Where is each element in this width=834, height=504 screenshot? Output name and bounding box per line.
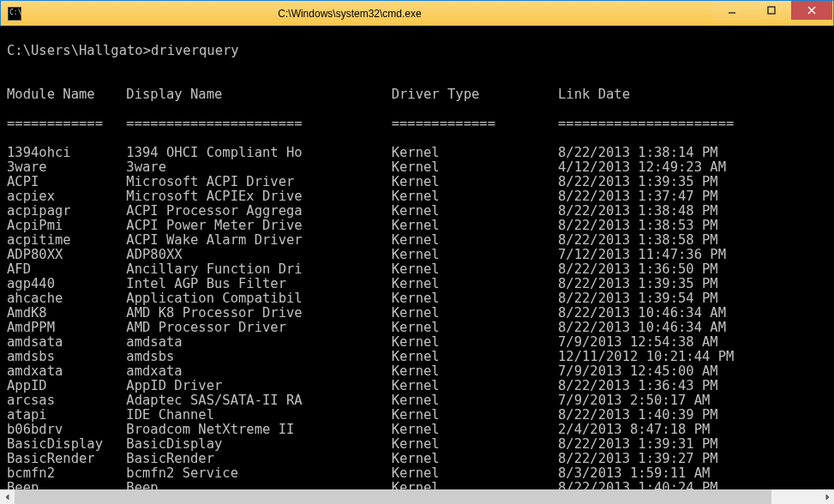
close-button[interactable] <box>791 1 832 20</box>
prompt-path: C:\Users\Hallgato> <box>7 43 151 58</box>
cell-module: b06bdrv <box>7 423 118 437</box>
table-header: Module Name Display Name Driver Type Lin… <box>7 87 827 102</box>
cell-display: amdsata <box>126 335 383 350</box>
cell-module: 1394ohci <box>7 146 118 160</box>
cell-date: 8/22/2013 1:38:58 PM <box>558 233 718 248</box>
cell-type: Kernel <box>392 291 550 306</box>
cell-module: acpiex <box>7 189 118 204</box>
cell-display: Adaptec SAS/SATA-II RA <box>126 393 383 408</box>
scroll-left-button[interactable] <box>0 489 15 504</box>
cell-module: AmdK8 <box>7 306 118 321</box>
cell-display: Microsoft ACPI Driver <box>126 175 383 189</box>
cell-type: Kernel <box>392 160 550 175</box>
cell-date: 8/22/2013 1:39:35 PM <box>558 175 718 189</box>
cell-date: 8/22/2013 1:39:54 PM <box>558 291 718 306</box>
cell-date: 8/22/2013 1:40:24 PM <box>558 481 718 489</box>
prompt-command: driverquery <box>151 43 239 58</box>
table-row: 3ware 3ware Kernel 4/12/2013 12:49:23 AM <box>7 160 827 175</box>
scroll-track[interactable] <box>15 489 819 504</box>
cell-module: AFD <box>7 262 118 277</box>
prompt-line: C:\Users\Hallgato>driverquery <box>7 44 827 58</box>
cell-date: 4/12/2013 12:49:23 AM <box>558 160 726 175</box>
minimize-button[interactable] <box>712 1 752 20</box>
cell-date: 8/22/2013 1:39:35 PM <box>558 277 718 291</box>
table-row: acpitime ACPI Wake Alarm Driver Kernel 8… <box>7 233 827 248</box>
table-row: ADP80XX ADP80XX Kernel 7/12/2013 11:47:3… <box>7 248 827 262</box>
cell-date: 8/22/2013 1:36:43 PM <box>558 379 718 393</box>
cell-type: Kernel <box>392 452 550 466</box>
cell-type: Kernel <box>392 146 550 160</box>
table-row: ACPI Microsoft ACPI Driver Kernel 8/22/2… <box>7 175 827 189</box>
cell-type: Kernel <box>392 466 550 481</box>
terminal-output[interactable]: C:\Users\Hallgato>driverquery Module Nam… <box>0 26 834 489</box>
cell-display: AMD Processor Driver <box>126 321 383 335</box>
scroll-thumb[interactable] <box>15 489 771 504</box>
cell-module: 3ware <box>7 160 118 175</box>
cell-display: Intel AGP Bus Filter <box>126 277 383 291</box>
cell-type: Kernel <box>392 262 550 277</box>
cell-date: 8/22/2013 1:38:48 PM <box>558 204 718 219</box>
table-row: acpiex Microsoft ACPIEx Drive Kernel 8/2… <box>7 189 827 204</box>
header-display: Display Name <box>126 87 383 102</box>
cell-display: ACPI Power Meter Drive <box>126 219 383 233</box>
cell-module: ahcache <box>7 291 118 306</box>
cell-date: 7/12/2013 11:47:36 PM <box>558 248 726 262</box>
cell-display: AppID Driver <box>126 379 383 393</box>
table-row: AcpiPmi ACPI Power Meter Drive Kernel 8/… <box>7 219 827 233</box>
cell-display: bcmfn2 Service <box>126 466 383 481</box>
cell-module: ACPI <box>7 175 118 189</box>
cell-display: BasicDisplay <box>126 437 383 452</box>
cell-display: Broadcom NetXtreme II <box>126 423 383 437</box>
cell-date: 12/11/2012 10:21:44 PM <box>558 350 734 364</box>
cell-type: Kernel <box>392 189 550 204</box>
cell-display: 3ware <box>126 160 383 175</box>
cell-type: Kernel <box>392 393 550 408</box>
cell-type: Kernel <box>392 321 550 335</box>
cell-module: ADP80XX <box>7 248 118 262</box>
horizontal-scrollbar[interactable] <box>0 489 834 504</box>
cell-date: 7/9/2013 12:45:00 AM <box>558 364 718 379</box>
cell-date: 8/22/2013 1:39:31 PM <box>558 437 718 452</box>
cell-type: Kernel <box>392 248 550 262</box>
window-titlebar: C:\Windows\system32\cmd.exe <box>1 1 833 27</box>
table-row: acpipagr ACPI Processor Aggrega Kernel 8… <box>7 204 827 219</box>
cell-type: Kernel <box>392 277 550 291</box>
table-row: 1394ohci 1394 OHCI Compliant Ho Kernel 8… <box>7 146 827 160</box>
cell-type: Kernel <box>392 219 550 233</box>
cell-module: atapi <box>7 408 118 423</box>
cell-module: AppID <box>7 379 118 393</box>
scroll-right-button[interactable] <box>819 489 834 504</box>
cell-type: Kernel <box>392 175 550 189</box>
cell-display: amdxata <box>126 364 383 379</box>
maximize-button[interactable] <box>752 1 791 20</box>
cell-display: ADP80XX <box>126 248 383 262</box>
cell-display: ACPI Wake Alarm Driver <box>126 233 383 248</box>
cell-type: Kernel <box>392 233 550 248</box>
cell-date: 8/22/2013 10:46:34 AM <box>558 306 726 321</box>
window-title: C:\Windows\system32\cmd.exe <box>21 8 712 20</box>
cell-display: AMD K8 Processor Drive <box>126 306 383 321</box>
cell-type: Kernel <box>392 350 550 364</box>
cell-display: amdsbs <box>126 350 383 364</box>
table-row: bcmfn2 bcmfn2 Service Kernel 8/3/2013 1:… <box>7 466 827 481</box>
cell-display: Microsoft ACPIEx Drive <box>126 189 383 204</box>
window-buttons <box>712 1 833 26</box>
cell-type: Kernel <box>392 437 550 452</box>
cell-type: Kernel <box>392 335 550 350</box>
cell-date: 8/22/2013 1:37:47 PM <box>558 189 718 204</box>
cell-date: 7/9/2013 2:50:17 AM <box>558 393 710 408</box>
cell-date: 7/9/2013 12:54:38 AM <box>558 335 718 350</box>
cell-type: Kernel <box>392 204 550 219</box>
cell-module: amdsbs <box>7 350 118 364</box>
cell-display: Application Compatibil <box>126 291 383 306</box>
cell-display: Beep <box>126 481 383 489</box>
table-row: BasicDisplay BasicDisplay Kernel 8/22/20… <box>7 437 827 452</box>
cell-date: 8/22/2013 1:38:53 PM <box>558 219 718 233</box>
table-row: AFD Ancillary Function Dri Kernel 8/22/2… <box>7 262 827 277</box>
cell-display: Ancillary Function Dri <box>126 262 383 277</box>
cell-module: amdxata <box>7 364 118 379</box>
table-row: BasicRender BasicRender Kernel 8/22/2013… <box>7 452 827 466</box>
separator-row: ============ ====================== ====… <box>7 117 827 131</box>
cell-display: BasicRender <box>126 452 383 466</box>
table-row: agp440 Intel AGP Bus Filter Kernel 8/22/… <box>7 277 827 291</box>
